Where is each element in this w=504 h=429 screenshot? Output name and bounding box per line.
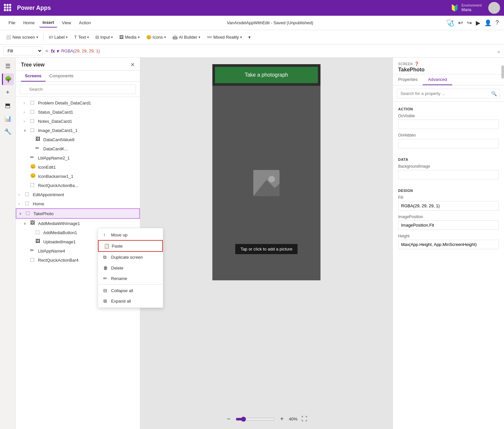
ai-builder-button[interactable]: 🤖 AI Builder ▾ [170,33,203,41]
ctx-paste[interactable]: 📋 Paste [98,240,163,252]
tab-advanced[interactable]: Advanced [423,74,452,85]
text-button[interactable]: T Text ▾ [71,33,91,41]
tree-item-notes[interactable]: › ⬚ Notes_DataCard1 [16,117,140,126]
tap-label: Tap or click to add a picture [235,244,298,254]
rename-icon: ✏ [103,276,108,281]
fullscreen-button[interactable]: ⛶ [301,416,307,422]
env-user: Maria [461,8,482,12]
fill-input[interactable] [398,201,499,211]
height-input[interactable] [398,240,499,249]
expand-formula-button[interactable]: ⌄ [496,48,501,54]
panel-search-input[interactable] [397,89,500,98]
new-screen-button[interactable]: ⬜ New screen ▾ [3,33,41,41]
zoom-slider[interactable] [236,417,275,422]
tree-item-lblappname2[interactable]: ✏ LblAppName2_1 [16,153,140,162]
tab-components[interactable]: Components [46,71,78,82]
icon-sidebar: ☰ 🌳 + ⬒ 📊 🔧 [0,58,16,429]
action-section-title: ACTION [398,107,499,111]
chevron-down-icon: ∨ [24,128,29,133]
ctx-collapse-all[interactable]: ⊟ Collapse all [98,285,163,296]
help-icon[interactable]: ? [495,19,499,26]
ctx-rename[interactable]: ✏ Rename [98,273,163,284]
menu-insert[interactable]: Insert [39,18,57,28]
panel-content: ACTION OnVisible OnHidden DATA Backgroun… [393,102,504,429]
panel-scrollbar[interactable] [501,65,504,79]
ctx-move-up[interactable]: ↑ Move up [98,230,163,240]
tree-item-takephoto[interactable]: ∨ ⬚ TakePhoto [16,208,140,219]
tree-item-iconbackarrow[interactable]: 😊 IconBackarrow1_1 [16,172,140,181]
menu-bar: File Home Insert View Action VanArsdelAp… [0,16,504,30]
user-avatar[interactable] [488,2,500,14]
take-photo-button[interactable]: Take a photograph [215,67,318,83]
tab-properties[interactable]: Properties [393,74,423,85]
menu-action[interactable]: Action [76,18,94,27]
menu-file[interactable]: File [5,18,19,27]
tree-item-addmediawithimage[interactable]: ∨ 🖼 AddMediaWithImage1 [16,219,140,228]
sidebar-layers-button[interactable]: ⬒ [2,100,14,111]
formula-input[interactable]: RGBA(29, 29, 29, 1) [61,48,494,53]
sidebar-menu-button[interactable]: ☰ [2,60,14,72]
tree-item-problem[interactable]: › ⬚ Problem Details_DataCard1 [16,98,140,107]
label-icon: ✏ [30,248,37,254]
undo-icon[interactable]: ↩ [458,19,463,27]
tree-search-input[interactable] [20,84,136,94]
card-icon: ⬚ [30,127,37,134]
environment-section: 🔰 Environment Maria [451,3,482,12]
card-icon: ⬚ [30,118,37,124]
phone-frame: Take a photograph Tap or click to add a … [212,64,320,280]
tree-close-button[interactable]: ✕ [130,62,135,68]
ctx-expand-all[interactable]: ⊞ Expand all [98,296,163,306]
screen-label: SCREEN ❓ [398,62,499,66]
fx-button[interactable]: fx ▾ [51,48,58,54]
zoom-in-button[interactable]: + [279,414,285,424]
app-title: VanArsdelAppWithEdit - Saved (Unpublishe… [95,20,445,25]
backgroundimage-input[interactable] [398,170,499,179]
mixed-reality-button[interactable]: 👓 Mixed Reality ▾ [204,33,244,41]
property-selector[interactable]: Fill [3,47,43,55]
chevron-down-icon: ∨ [19,212,24,216]
tree-item-datacardvalue8[interactable]: 🖼 DataCardValue8 [16,135,140,144]
phone-screen: Take a photograph Tap or click to add a … [212,64,320,280]
ctx-delete[interactable]: 🗑 Delete [98,263,163,273]
ctx-duplicate[interactable]: ⧉ Duplicate screen [98,252,163,263]
waffle-icon[interactable] [4,4,12,12]
tree-item-rectquickaction[interactable]: ⬚ RectQuickActionBa... [16,181,140,190]
chevron-right-icon: › [24,119,29,123]
sidebar-variables-button[interactable]: 🔧 [2,126,14,138]
stethoscope-icon[interactable]: 🩺 [446,19,454,27]
photo-placeholder[interactable]: Tap or click to add a picture [212,86,320,280]
collapse-all-icon: ⊟ [103,288,108,293]
paste-icon: 📋 [104,243,109,249]
menu-home[interactable]: Home [20,18,38,27]
tree-item-editappointment[interactable]: › ⬚ EditAppointment [16,190,140,199]
icons-button[interactable]: 😊 Icons ▾ [144,33,168,41]
sidebar-data-button[interactable]: 📊 [2,113,14,124]
redo-icon[interactable]: ↪ [467,19,472,27]
onvisible-input[interactable] [398,120,499,129]
tab-screens[interactable]: Screens [21,71,46,82]
menu-view[interactable]: View [59,18,74,27]
more-button[interactable]: ▾ [246,33,253,41]
tree-item-datacardkey[interactable]: ✏ DataCardK... [16,144,140,153]
media-button[interactable]: 🖼 Media ▾ [117,33,142,41]
icons-chevron: ▾ [164,35,166,39]
tree-item-iconedit1[interactable]: 😊 IconEdit1 [16,162,140,172]
height-label: Height [398,234,499,238]
imageposition-input[interactable] [398,220,499,230]
play-icon[interactable]: ▶ [476,19,480,27]
fill-label: Fill [398,195,499,200]
tree-item-status[interactable]: › ⬚ Status_DataCard1 [16,107,140,117]
user-icon[interactable]: 👤 [484,19,492,27]
separator-1 [43,33,44,41]
sidebar-plus-button[interactable]: + [2,86,14,98]
context-menu: ↑ Move up 📋 Paste ⧉ Duplicate screen 🗑 D… [98,228,163,308]
chevron-down-icon: ∨ [24,221,29,226]
imageposition-label: ImagePosition [398,214,499,219]
tree-item-image-datacard[interactable]: ∨ ⬚ Image_DataCard1_1 [16,126,140,135]
onhidden-input[interactable] [398,139,499,148]
label-button[interactable]: 🏷 Label ▾ [46,33,70,41]
input-button[interactable]: ⊟ Input ▾ [93,33,115,41]
sidebar-tree-button[interactable]: 🌳 [2,73,14,85]
tree-item-home[interactable]: › ⬚ Home [16,199,140,208]
zoom-out-button[interactable]: − [225,414,232,424]
